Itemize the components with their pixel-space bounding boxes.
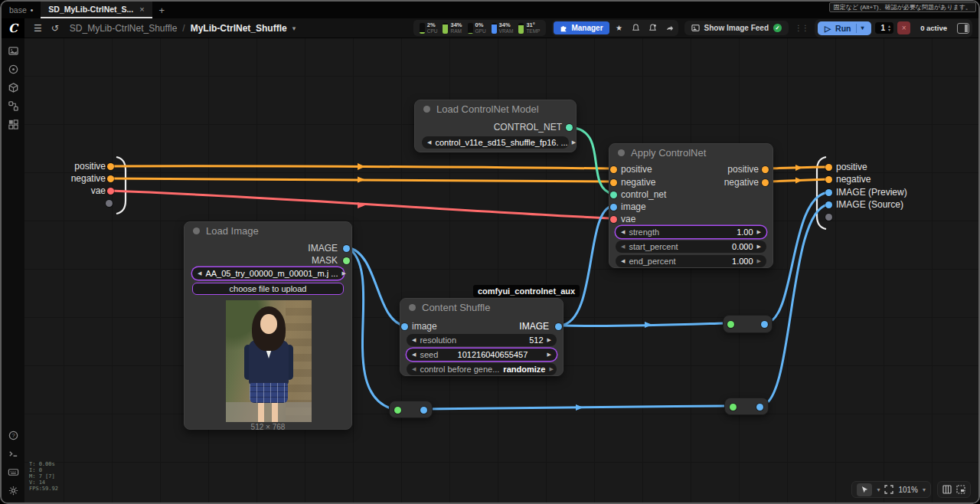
arrow-right-icon[interactable]: ▶	[341, 270, 345, 277]
star-icon[interactable]: ★	[612, 22, 626, 34]
batch-steppers[interactable]: ▴ ▾	[888, 25, 890, 32]
collapsed-node-reroute-left[interactable]	[389, 401, 433, 418]
output-dot-negative[interactable]	[762, 179, 769, 186]
slot-dot-image-preview[interactable]	[825, 189, 832, 196]
terminal-icon[interactable]	[2, 444, 24, 463]
settings-gear-icon[interactable]	[2, 481, 24, 499]
collapse-dot-icon[interactable]	[409, 304, 416, 311]
share-arrow-icon[interactable]	[663, 22, 677, 34]
arrow-left-icon[interactable]: ◀	[621, 258, 625, 264]
run-options-chevron-icon[interactable]: ▾	[861, 25, 864, 31]
collapse-dot-icon[interactable]	[423, 106, 430, 113]
grid-columns-icon[interactable]	[942, 485, 952, 494]
arrow-left-icon[interactable]: ◀	[621, 244, 625, 250]
collapsed-node-reroute-right[interactable]	[724, 398, 769, 415]
arrow-left-icon[interactable]: ◀	[198, 270, 201, 277]
tab-active-workflow[interactable]: SD_MyLib-CtrlNet_S... ×	[41, 2, 152, 18]
arrow-right-icon[interactable]: ▶	[549, 366, 553, 372]
breadcrumb-current[interactable]: MyLib-CtrlNet_Shuffle	[191, 23, 287, 34]
end-percent-widget[interactable]: ◀ end_percent 1.000 ▶	[616, 255, 766, 267]
manager-button[interactable]: Manager	[554, 21, 609, 34]
sidebar-templates-icon[interactable]	[2, 115, 24, 133]
arrow-right-icon[interactable]: ▶	[757, 258, 761, 264]
input-dot-image[interactable]	[401, 323, 408, 330]
output-dot-mask[interactable]	[343, 257, 350, 264]
step-down-icon[interactable]: ▾	[888, 28, 890, 32]
node-load-image[interactable]: Load Image IMAGE MASK ◀ AA_05_try_00000_…	[184, 221, 352, 430]
node-header[interactable]: Content Shuffle	[400, 299, 563, 316]
output-dot-positive[interactable]	[762, 166, 769, 173]
arrow-left-icon[interactable]: ◀	[621, 229, 625, 235]
resolution-widget[interactable]: ◀ resolution 512 ▶	[407, 334, 557, 346]
choose-file-button[interactable]: choose file to upload	[192, 283, 344, 295]
input-dot-vae[interactable]	[610, 216, 617, 223]
toggle-panel-icon[interactable]	[957, 23, 969, 34]
output-dot-image[interactable]	[756, 404, 763, 411]
node-header[interactable]: Load Image	[185, 222, 351, 239]
collapse-dot-icon[interactable]	[730, 404, 737, 411]
sidebar-node-library-icon[interactable]	[2, 60, 24, 78]
controlnet-model-widget[interactable]: ◀ control_v11e_sd15_shuffle_fp16. ... ▶	[422, 136, 569, 149]
comfyui-logo[interactable]: C	[2, 18, 24, 38]
collapsed-node-reroute-top[interactable]	[723, 315, 773, 333]
subgraph-output-negative[interactable]: negative	[836, 175, 871, 185]
arrow-left-icon[interactable]: ◀	[412, 366, 416, 372]
arrow-right-icon[interactable]: ▶	[757, 244, 761, 250]
zoom-dropdown-chevron-icon[interactable]: ▾	[923, 486, 926, 493]
node-apply-controlnet[interactable]: Apply ControlNet positive negative contr…	[609, 143, 773, 268]
slot-dot-empty-in[interactable]	[106, 200, 113, 207]
node-load-controlnet-model[interactable]: Load ControlNet Model CONTROL_NET ◀ cont…	[414, 100, 577, 152]
bell-alert-icon[interactable]	[646, 22, 660, 34]
arrow-left-icon[interactable]: ◀	[412, 352, 416, 358]
tab-base[interactable]: base •	[2, 2, 41, 18]
select-tool-button[interactable]	[857, 483, 872, 496]
subgraph-input-negative[interactable]: negative	[52, 174, 106, 184]
input-dot-image[interactable]	[610, 204, 617, 211]
breadcrumb-root[interactable]: SD_MyLib-CtrlNet_Shuffle	[70, 23, 178, 34]
image-preview[interactable]	[226, 300, 312, 422]
arrow-left-icon[interactable]: ◀	[427, 139, 431, 146]
image-filename-widget[interactable]: ◀ AA_05_try_00000_m_00001_m.j ... ▶	[192, 267, 344, 280]
keyboard-icon[interactable]	[2, 463, 24, 481]
seed-widget[interactable]: ◀ seed 101216040655457 ▶	[407, 349, 557, 361]
breadcrumb[interactable]: SD_MyLib-CtrlNet_Shuffle / MyLib-CtrlNet…	[70, 23, 296, 34]
slot-dot-image-source[interactable]	[825, 201, 832, 208]
cancel-run-button[interactable]: ×	[897, 21, 910, 34]
slot-dot-negative-in[interactable]	[107, 175, 114, 182]
undo-icon[interactable]: ↺	[51, 23, 59, 34]
collapse-dot-icon[interactable]	[193, 227, 200, 234]
input-dot-positive[interactable]	[610, 166, 617, 173]
node-header[interactable]: Load ControlNet Model	[415, 100, 576, 117]
arrow-right-icon[interactable]: ▶	[547, 337, 551, 343]
sidebar-model-library-icon[interactable]	[2, 78, 24, 97]
sidebar-queue-icon[interactable]	[2, 41, 24, 60]
slot-dot-empty-out[interactable]	[825, 214, 832, 221]
slot-dot-negative-out[interactable]	[825, 176, 832, 183]
minimap-icon[interactable]	[956, 485, 965, 494]
collapse-dot-icon[interactable]	[727, 321, 734, 328]
output-dot-image[interactable]	[555, 323, 562, 330]
batch-count-input[interactable]: 1 ▴ ▾	[875, 22, 894, 34]
close-tab-icon[interactable]: ×	[139, 5, 144, 14]
tool-dropdown-chevron-icon[interactable]: ▾	[877, 486, 880, 493]
subgraph-output-image-source[interactable]: IMAGE (Source)	[836, 200, 903, 210]
slot-dot-vae-in[interactable]	[107, 188, 114, 195]
arrow-right-icon[interactable]: ▶	[757, 229, 761, 235]
slot-dot-positive-out[interactable]	[825, 164, 832, 171]
feed-enabled-check-icon[interactable]: ✓	[773, 24, 782, 32]
sidebar-workflows-icon[interactable]	[2, 97, 24, 115]
help-icon[interactable]: ?	[2, 426, 24, 444]
menu-hamburger-icon[interactable]: ☰	[34, 23, 42, 34]
arrow-left-icon[interactable]: ◀	[412, 337, 416, 343]
output-dot-image[interactable]	[343, 245, 350, 252]
node-content-shuffle[interactable]: Content Shuffle image IMAGE ◀ resolution…	[400, 298, 564, 376]
slot-dot-control-net[interactable]	[566, 124, 573, 131]
arrow-right-icon[interactable]: ▶	[547, 352, 551, 358]
output-dot-image[interactable]	[761, 321, 768, 328]
input-dot-negative[interactable]	[610, 179, 617, 186]
new-tab-button[interactable]: +	[152, 2, 172, 18]
drag-handle-icon[interactable]: ⋮⋮	[795, 24, 808, 32]
subgraph-output-positive[interactable]: positive	[836, 162, 867, 172]
chevron-down-icon[interactable]: ▾	[292, 25, 296, 32]
show-image-feed-button[interactable]: Show Image Feed ✓	[684, 21, 789, 35]
